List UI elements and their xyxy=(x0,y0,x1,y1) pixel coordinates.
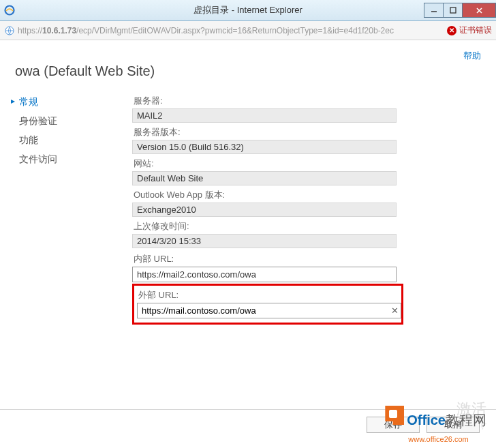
last-modified-value: 2014/3/20 15:33 xyxy=(132,234,397,248)
server-version-label: 服务器版本: xyxy=(132,124,470,140)
minimize-button[interactable] xyxy=(424,3,444,17)
save-button[interactable]: 保存 xyxy=(367,417,420,433)
owa-version-value: Exchange2010 xyxy=(132,203,397,217)
external-url-label: 外部 URL: xyxy=(137,287,399,303)
sidebar-item-auth[interactable]: 身份验证 xyxy=(10,112,132,131)
external-url-input[interactable] xyxy=(138,303,388,318)
last-modified-label: 上次修改时间: xyxy=(132,218,470,234)
internal-url-input[interactable] xyxy=(132,267,397,282)
url-text[interactable]: https://10.6.1.73/ecp/VDirMgmt/EditOWAVD… xyxy=(18,26,443,35)
close-button[interactable] xyxy=(463,3,495,17)
help-link[interactable]: 帮助 xyxy=(463,50,481,62)
website-value: Default Web Site xyxy=(132,171,397,185)
page-title: owa (Default Web Site) xyxy=(15,63,485,79)
window-controls xyxy=(424,3,496,18)
sidebar: 常规 身份验证 功能 文件访问 xyxy=(10,93,132,325)
cert-error-badge[interactable]: ✕ 证书错误 xyxy=(447,25,492,36)
clear-input-icon[interactable]: ✕ xyxy=(388,305,401,316)
sidebar-item-features[interactable]: 功能 xyxy=(10,131,132,150)
sidebar-item-fileaccess[interactable]: 文件访问 xyxy=(10,150,132,169)
internal-url-label: 内部 URL: xyxy=(132,251,470,267)
main-form: 服务器: MAIL2 服务器版本: Version 15.0 (Build 51… xyxy=(132,93,485,325)
owa-version-label: Outlook Web App 版本: xyxy=(132,187,470,203)
office-wm-url: www.office26.com xyxy=(408,435,468,443)
address-bar: https://10.6.1.73/ecp/VDirMgmt/EditOWAVD… xyxy=(0,21,496,40)
window-titlebar: 虚拟目录 - Internet Explorer xyxy=(0,0,496,21)
server-version-value: Version 15.0 (Build 516.32) xyxy=(132,140,397,154)
cert-error-icon: ✕ xyxy=(447,26,456,35)
server-label: 服务器: xyxy=(132,93,470,108)
cert-error-label: 证书错误 xyxy=(459,25,492,36)
svg-rect-2 xyxy=(450,8,456,13)
url-prefix: https:// xyxy=(18,26,42,35)
website-label: 网站: xyxy=(132,155,470,171)
button-row: 保存 取消 xyxy=(367,417,480,433)
external-url-highlight: 外部 URL: ✕ xyxy=(132,284,403,325)
ie-icon xyxy=(4,5,15,16)
content-area: 帮助 owa (Default Web Site) 常规 身份验证 功能 文件访… xyxy=(0,40,496,448)
window-title: 虚拟目录 - Internet Explorer xyxy=(193,4,303,16)
url-host: 10.6.1.73 xyxy=(42,26,76,35)
server-value: MAIL2 xyxy=(132,108,397,123)
bottom-divider xyxy=(0,409,496,410)
url-path: /ecp/VDirMgmt/EditOWAVDir.aspx?pwmcid=16… xyxy=(76,26,394,35)
sidebar-item-general[interactable]: 常规 xyxy=(10,93,132,112)
page-icon xyxy=(4,25,15,36)
external-url-input-wrap: ✕ xyxy=(137,303,401,318)
maximize-button[interactable] xyxy=(444,3,463,17)
cancel-button[interactable]: 取消 xyxy=(427,417,480,433)
